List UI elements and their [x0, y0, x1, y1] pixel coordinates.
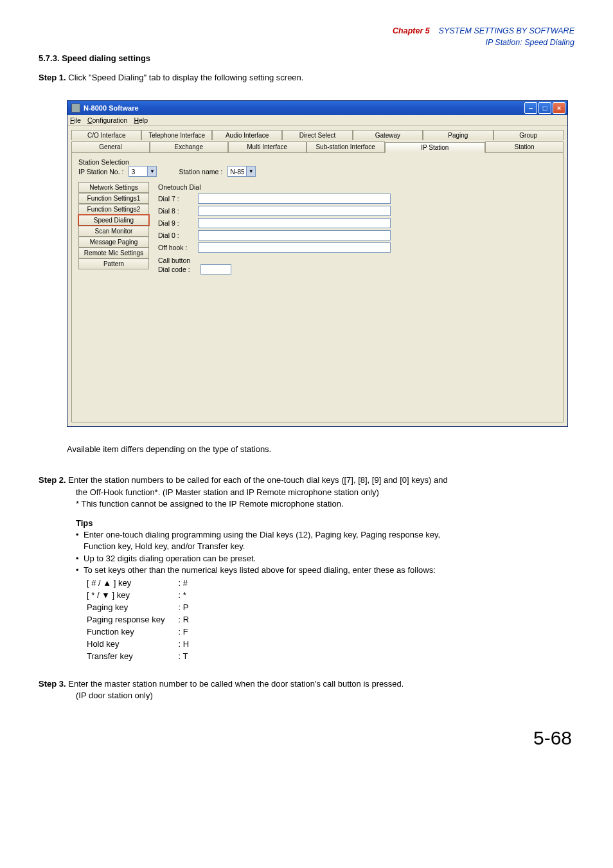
key-name: [ * / ▼ ] key [86, 590, 176, 601]
tab-row-bottom: General Exchange Multi Interface Sub-sta… [71, 141, 564, 152]
tip1b: Function key, Hold key, and/or Transfer … [84, 541, 245, 551]
side-speed-dialing[interactable]: Speed Dialing [78, 215, 149, 226]
minimize-button[interactable]: – [524, 102, 537, 114]
key-name: Function key [86, 626, 176, 637]
step2-note: * This function cannot be assigned to th… [76, 498, 574, 510]
dial7-label: Dial 7 : [158, 195, 195, 203]
key-code: : P [177, 602, 190, 613]
ip-station-no-value[interactable] [129, 167, 147, 176]
section-heading: 5.7.3. Speed dialing settings [39, 53, 574, 63]
close-button[interactable]: × [553, 102, 565, 114]
dial0-input[interactable] [198, 230, 391, 240]
tab-panel: Station Selection IP Station No. : ▼ Sta… [71, 152, 564, 422]
tab-direct-select[interactable]: Direct Select [282, 130, 352, 140]
table-row: Hold key: H [86, 638, 190, 649]
tab-co-interface[interactable]: C/O Interface [71, 130, 141, 140]
tab-station[interactable]: Station [485, 141, 564, 152]
available-note: Available item differs depending on the … [67, 444, 574, 455]
app-icon [71, 104, 80, 113]
side-function-settings2[interactable]: Function Settings2 [78, 204, 149, 215]
key-code: : * [177, 590, 190, 601]
tab-ip-station[interactable]: IP Station [385, 142, 486, 153]
chapter-title: SYSTEM SETTINGS BY SOFTWARE [439, 26, 574, 35]
offhook-input[interactable] [198, 242, 391, 253]
tab-general[interactable]: General [71, 141, 150, 152]
dial8-label: Dial 8 : [158, 207, 195, 215]
tip2: Up to 32 digits dialing operation can be… [84, 553, 256, 565]
table-row: Paging response key: R [86, 614, 190, 625]
tab-gateway[interactable]: Gateway [353, 130, 423, 140]
station-name-combo[interactable]: ▼ [227, 166, 256, 177]
side-scan-monitor[interactable]: Scan Monitor [78, 226, 149, 237]
chevron-down-icon[interactable]: ▼ [246, 167, 255, 176]
bullet-icon: • [76, 529, 84, 552]
tab-audio-interface[interactable]: Audio Interface [212, 130, 282, 140]
tab-multi-interface[interactable]: Multi Interface [228, 141, 306, 152]
ip-station-no-combo[interactable]: ▼ [129, 166, 157, 177]
station-name-label: Station name : [179, 168, 222, 176]
bullet-icon: • [76, 565, 84, 576]
chapter-subtitle: IP Station: Speed Dialing [485, 38, 574, 47]
table-row: Paging key: P [86, 602, 190, 613]
dial0-label: Dial 0 : [158, 231, 195, 239]
side-remote-mic-settings[interactable]: Remote Mic Settings [78, 248, 149, 258]
key-code: : T [177, 651, 190, 662]
maximize-button[interactable]: □ [538, 102, 551, 114]
table-row: Function key: F [86, 626, 190, 637]
dialcode-input[interactable] [200, 264, 231, 275]
table-row: Transfer key: T [86, 651, 190, 662]
window-title: N-8000 Software [84, 104, 139, 112]
side-network-settings[interactable]: Network Settings [78, 182, 149, 193]
step2-label: Step 2. [39, 475, 66, 485]
dialcode-label: Dial code : [158, 266, 198, 273]
chevron-down-icon[interactable]: ▼ [147, 167, 156, 176]
side-pattern[interactable]: Pattern [78, 258, 149, 269]
station-name-value[interactable] [228, 167, 246, 176]
dial9-label: Dial 9 : [158, 219, 195, 227]
ip-station-no-label: IP Station No. : [78, 168, 123, 176]
step1-label: Step 1. [39, 73, 66, 82]
tab-group[interactable]: Group [493, 130, 564, 140]
menu-configuration[interactable]: Configuration [87, 116, 127, 124]
key-code: : F [177, 626, 190, 637]
step1-text: Click "Speed Dialing" tab to display the… [66, 73, 304, 82]
dial9-input[interactable] [198, 218, 391, 228]
tab-paging[interactable]: Paging [423, 130, 493, 140]
tip1a: Enter one-touch dialing programming usin… [84, 530, 440, 539]
menu-file[interactable]: File [70, 116, 81, 124]
tip3: To set keys other than the numerical key… [84, 565, 436, 576]
side-function-settings1[interactable]: Function Settings1 [78, 193, 149, 204]
key-name: Paging key [86, 602, 176, 613]
key-name: [ # / ▲ ] key [86, 577, 176, 588]
key-name: Transfer key [86, 651, 176, 662]
tips-title: Tips [76, 518, 574, 529]
onetouch-dial-label: Onetouch Dial [158, 183, 391, 191]
title-bar: N-8000 Software – □ × [67, 101, 567, 115]
menu-bar: File Configuration Help [67, 115, 567, 126]
step3-line1: Enter the master station number to be ca… [66, 679, 404, 689]
call-button-label: Call button [158, 257, 391, 264]
app-window: N-8000 Software – □ × File Configuration… [67, 100, 568, 427]
dial7-input[interactable] [198, 194, 391, 204]
chapter-header: Chapter 5 SYSTEM SETTINGS BY SOFTWARE IP… [39, 26, 574, 48]
tab-row-top: C/O Interface Telephone Interface Audio … [71, 130, 564, 140]
key-code: : R [177, 614, 190, 625]
tab-exchange[interactable]: Exchange [150, 141, 228, 152]
tab-sub-station-interface[interactable]: Sub-station Interface [306, 141, 385, 152]
step2-line1: Enter the station numbers to be called f… [66, 475, 448, 485]
key-name: Paging response key [86, 614, 176, 625]
table-row: [ * / ▼ ] key: * [86, 590, 190, 601]
page-number: 5-68 [39, 727, 574, 749]
tab-telephone-interface[interactable]: Telephone Interface [141, 130, 211, 140]
form-area: Onetouch Dial Dial 7 : Dial 8 : Dial 9 :… [152, 182, 393, 278]
key-mapping-table: [ # / ▲ ] key: # [ * / ▼ ] key: * Paging… [85, 576, 191, 663]
key-name: Hold key [86, 638, 176, 649]
menu-help[interactable]: Help [134, 116, 148, 124]
dial8-input[interactable] [198, 206, 391, 216]
bullet-icon: • [76, 553, 84, 565]
key-code: : H [177, 638, 190, 649]
step3-line2: (IP door station only) [76, 690, 574, 701]
side-message-paging[interactable]: Message Paging [78, 237, 149, 248]
offhook-label: Off hook : [158, 244, 195, 251]
step2-line2: the Off-Hook function*. (IP Master stati… [76, 487, 574, 498]
